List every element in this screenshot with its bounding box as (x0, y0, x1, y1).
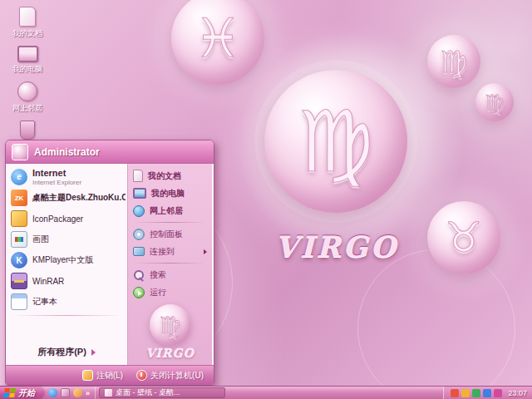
start-menu-item-label: 搜索 (150, 269, 166, 281)
desktop-icon-my-computer[interactable]: 我的电脑 (3, 46, 52, 75)
start-menu-item-control-panel[interactable]: 控制面板 (130, 225, 210, 243)
kmplayer-icon: K (11, 252, 27, 268)
virgo-symbol-icon: ♍ (298, 92, 373, 191)
start-menu-body: e Internet Internet Explorer ZK 桌酷主题Desk… (6, 164, 214, 365)
start-menu-item-label: Internet Internet Explorer (32, 168, 81, 186)
start-menu-item-label: 我的文档 (148, 170, 181, 182)
start-menu-footer: 注销(L) 关闭计算机(U) (6, 365, 214, 385)
start-menu-item-label: KMPlayer中文版 (32, 254, 93, 266)
start-menu-item-my-computer[interactable]: 我的电脑 (130, 185, 210, 202)
virgo-small-sphere: ♍ (475, 83, 514, 121)
start-menu-item-internet[interactable]: e Internet Internet Explorer (7, 166, 126, 188)
network-places-icon (17, 81, 37, 101)
tray-icon-4[interactable] (483, 389, 491, 397)
user-avatar (12, 144, 28, 160)
task-button-label: 桌面 - 壁纸 - 桌酷... (116, 387, 180, 398)
notepad-icon (11, 293, 27, 310)
desktop-icon-label: 我的文档 (12, 28, 42, 39)
search-icon (133, 269, 145, 281)
tray-icon-2[interactable] (461, 389, 470, 397)
internet-explorer-icon: e (11, 169, 27, 185)
separator (134, 222, 206, 223)
start-menu-item-label: IconPackager (32, 214, 83, 224)
start-menu-item-label: 我的电脑 (151, 188, 185, 200)
run-icon (133, 287, 145, 298)
start-menu-item-paint[interactable]: 画图 (7, 229, 126, 250)
quicklaunch-media-player-icon[interactable] (73, 388, 82, 397)
folder-icon (105, 389, 112, 397)
separator (134, 263, 206, 264)
all-programs-arrow-icon (91, 349, 96, 356)
start-menu-theme-logo: ♍ VIRGO (130, 301, 210, 362)
windows-flag-icon (3, 388, 16, 397)
start-menu-item-kmplayer[interactable]: K KMPlayer中文版 (7, 250, 126, 271)
logout-button[interactable]: 注销(L) (82, 370, 123, 382)
my-documents-icon (133, 170, 143, 182)
start-menu-item-run[interactable]: 运行 (130, 283, 210, 301)
desktop-icon-label: 我的电脑 (12, 64, 42, 75)
start-menu-item-label: 画图 (32, 234, 49, 245)
taskbar: 开始 » 桌面 - 壁纸 - 桌酷... 23:07 (0, 386, 532, 399)
start-menu-item-connect-to[interactable]: 连接到 (130, 243, 210, 260)
network-places-icon (133, 205, 145, 217)
paint-icon (11, 231, 27, 248)
connect-to-icon (133, 247, 145, 256)
item-title-text: Internet (32, 168, 66, 178)
my-documents-icon (19, 7, 36, 27)
taskbar-task-button[interactable]: 桌面 - 壁纸 - 桌酷... (99, 387, 225, 398)
taurus-sphere: ♉ (427, 201, 500, 274)
item-title: Internet (32, 168, 81, 179)
start-menu-item-label: 连接到 (150, 246, 175, 258)
quicklaunch-overflow-chevron[interactable]: » (86, 389, 90, 397)
user-name: Administrator (34, 146, 100, 158)
virgo-symbol-icon: ♍ (160, 312, 180, 339)
desktop-icon-network-places[interactable]: 网上邻居 (3, 81, 52, 114)
logout-icon (82, 370, 93, 381)
start-menu-item-search[interactable]: 搜索 (130, 266, 210, 283)
pisces-symbol-icon: ♓ (194, 7, 241, 69)
start-menu-item-label: 控制面板 (150, 229, 183, 240)
start-menu-item-winrar[interactable]: WinRAR (7, 271, 126, 292)
separator (12, 315, 121, 316)
shutdown-button[interactable]: 关闭计算机(U) (136, 370, 204, 382)
tray-icon-3[interactable] (472, 389, 480, 397)
start-menu-places-list: 我的文档 我的电脑 网上邻居 控制面板 连接到 (127, 164, 212, 365)
start-menu-item-label: WinRAR (32, 277, 64, 286)
tray-icon-5[interactable] (494, 389, 502, 397)
all-programs-label: 所有程序(P) (37, 346, 86, 358)
quicklaunch-show-desktop-icon[interactable] (61, 388, 70, 397)
tray-icon-1[interactable] (451, 389, 459, 397)
pisces-sphere: ♓ (171, 0, 264, 85)
start-menu-item-notepad[interactable]: 记事本 (7, 292, 126, 313)
logout-label: 注销(L) (96, 370, 123, 382)
start-menu-item-my-documents[interactable]: 我的文档 (130, 167, 210, 185)
all-programs-button[interactable]: 所有程序(P) (7, 342, 126, 362)
desktop-icon-my-documents[interactable]: 我的文档 (3, 7, 52, 39)
wallpaper-title: VIRGO (249, 229, 424, 264)
control-panel-icon (133, 229, 145, 240)
tray-clock[interactable]: 23:07 (508, 389, 527, 397)
submenu-arrow-icon (204, 249, 207, 254)
iconpackager-icon (11, 210, 27, 227)
start-menu-item-label: 网上邻居 (150, 205, 183, 217)
quick-launch-bar: » (43, 387, 96, 399)
taurus-symbol-icon: ♉ (446, 214, 483, 262)
system-tray: 23:07 (443, 387, 532, 399)
start-button-label: 开始 (18, 387, 35, 399)
start-menu-item-network-places[interactable]: 网上邻居 (130, 202, 210, 219)
start-menu-item-zhuoku[interactable]: ZK 桌酷主题Desk.ZhuoKu.Com (7, 188, 126, 209)
start-menu: Administrator e Internet Internet Explor… (5, 140, 214, 386)
virgo-logo-sphere: ♍ (150, 304, 191, 346)
start-button[interactable]: 开始 (0, 387, 43, 399)
start-menu-item-iconpackager[interactable]: IconPackager (7, 209, 126, 229)
start-menu-pinned-list: e Internet Internet Explorer ZK 桌酷主题Desk… (6, 164, 127, 365)
item-subtitle: Internet Explorer (32, 179, 81, 186)
quicklaunch-internet-explorer-icon[interactable] (48, 388, 57, 397)
zhuoku-icon: ZK (11, 190, 27, 206)
recycle-bin-icon (20, 121, 35, 140)
wallpaper-decor-circle (357, 249, 515, 399)
start-menu-item-label: 记事本 (32, 296, 57, 308)
virgo-logo-text: VIRGO (145, 346, 194, 359)
start-menu-header: Administrator (6, 140, 214, 164)
start-menu-item-label: 桌酷主题Desk.ZhuoKu.Com (32, 192, 126, 204)
